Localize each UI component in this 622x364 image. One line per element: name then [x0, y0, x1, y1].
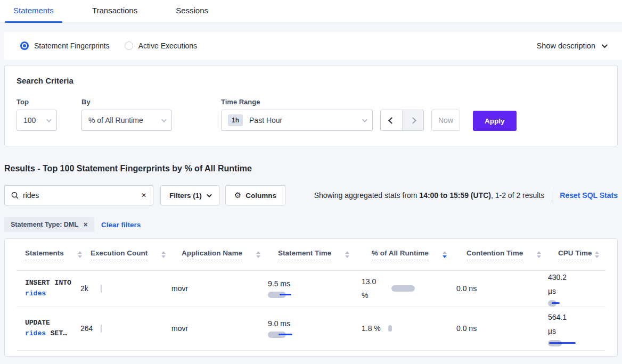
- time-range-pager: [380, 110, 424, 131]
- top-select[interactable]: 100: [17, 110, 57, 131]
- filter-chip-label: Statement Type: DML: [11, 221, 78, 228]
- statement-link[interactable]: rides: [25, 329, 46, 337]
- sort-icon[interactable]: [161, 251, 166, 258]
- cpu-time-bar: [548, 300, 591, 307]
- application-name-cell: movr: [171, 324, 268, 333]
- contention-time-cell: 0.0 ns: [456, 324, 548, 333]
- gear-icon: ⚙: [234, 191, 241, 200]
- results-controls-row: ✕ Filters (1) ⚙ Columns Showing aggregat…: [4, 185, 618, 205]
- tab-sessions[interactable]: Sessions: [167, 0, 217, 22]
- sort-icon[interactable]: [78, 251, 82, 258]
- next-time-range-button[interactable]: [402, 110, 423, 130]
- pct-runtime-cell: 13.0 %: [362, 275, 456, 303]
- by-field: By % of All Runtime: [57, 98, 172, 131]
- reset-sql-stats-link[interactable]: Reset SQL Stats: [560, 191, 618, 200]
- radio-unselected-icon: [125, 42, 133, 50]
- statements-table: Statements Execution Count Application N…: [4, 238, 618, 357]
- clear-search-icon[interactable]: ✕: [141, 192, 146, 199]
- filters-label: Filters (1): [169, 192, 202, 200]
- column-header-execution-count[interactable]: Execution Count: [91, 249, 182, 260]
- chevron-down-icon: [602, 42, 608, 48]
- time-range-badge: 1h: [228, 114, 243, 126]
- sort-icon[interactable]: [256, 251, 260, 258]
- table-header-row: Statements Execution Count Application N…: [17, 239, 605, 271]
- table-row: UPDATE rides SET… 264 movr 9.0 ms 1.8 % …: [17, 307, 605, 351]
- execution-count-cell: 2k: [80, 284, 171, 293]
- filter-chip-row: Statement Type: DML ✕ Clear filters: [4, 217, 622, 232]
- column-header-contention-time[interactable]: Contention Time: [466, 249, 558, 260]
- show-description-toggle[interactable]: Show description: [537, 42, 606, 50]
- apply-button[interactable]: Apply: [473, 111, 517, 131]
- by-select[interactable]: % of All Runtime: [81, 110, 172, 131]
- statement-time-cell: 9.0 ms: [268, 319, 362, 338]
- by-value: % of All Runtime: [88, 116, 143, 125]
- stats-summary-group: Showing aggregated stats from 14:00 to 1…: [314, 188, 618, 203]
- now-button[interactable]: Now: [431, 110, 460, 131]
- chevron-down-icon: [362, 117, 367, 122]
- table-row: INSERT INTO rides 2k movr 9.5 ms 13.0 % …: [17, 271, 605, 307]
- statement-time-bar: [268, 292, 310, 298]
- top-field: Top 100: [17, 98, 57, 131]
- pct-runtime-bar: [388, 325, 392, 332]
- radio-active-executions[interactable]: Active Executions: [125, 42, 198, 50]
- tab-statements[interactable]: Statements: [5, 0, 62, 22]
- pct-runtime-bar: [391, 285, 415, 292]
- column-header-pct-all-runtime[interactable]: % of All Runtime: [372, 249, 466, 260]
- statement-time-cell: 9.5 ms: [268, 279, 362, 298]
- chevron-left-icon: [388, 117, 395, 124]
- search-criteria-card: Search Criteria Top 100 By % of All Runt…: [4, 65, 618, 146]
- column-header-statement-time[interactable]: Statement Time: [278, 249, 372, 260]
- radio-statement-fingerprints[interactable]: Statement Fingerprints: [20, 42, 110, 50]
- search-criteria-title: Search Criteria: [17, 76, 605, 85]
- statement-link[interactable]: rides: [25, 289, 46, 297]
- chevron-down-icon: [207, 192, 212, 197]
- radio-label: Statement Fingerprints: [34, 42, 110, 50]
- chevron-down-icon: [46, 117, 52, 122]
- search-box: ✕: [4, 185, 153, 205]
- column-header-cpu-time[interactable]: CPU Time: [558, 249, 605, 260]
- radio-label: Active Executions: [138, 42, 198, 50]
- sort-icon[interactable]: [595, 251, 599, 258]
- column-header-statements[interactable]: Statements: [17, 249, 91, 260]
- time-range-label: Time Range: [221, 98, 373, 106]
- vertical-divider: [552, 188, 552, 203]
- columns-button[interactable]: ⚙ Columns: [225, 185, 285, 205]
- time-range-field: Time Range 1h Past Hour: [172, 98, 373, 131]
- by-label: By: [81, 98, 172, 106]
- cpu-time-bar: [548, 340, 591, 346]
- time-range-select[interactable]: 1h Past Hour: [221, 110, 373, 131]
- filter-chip-statement-type: Statement Type: DML ✕: [4, 217, 94, 232]
- statement-cell: UPDATE rides SET…: [17, 318, 80, 339]
- execution-count-bar: [101, 285, 102, 293]
- radio-selected-icon: [20, 42, 29, 50]
- stats-summary: Showing aggregated stats from 14:00 to 1…: [314, 191, 545, 200]
- columns-label: Columns: [245, 192, 276, 200]
- column-header-application-name[interactable]: Application Name: [182, 249, 278, 260]
- sort-icon[interactable]: [537, 251, 541, 258]
- chevron-down-icon: [161, 117, 167, 122]
- view-toggle-bar: Statement Fingerprints Active Executions…: [4, 32, 622, 60]
- show-description-label: Show description: [537, 42, 595, 50]
- results-heading: Results - Top 100 Statement Fingerprints…: [4, 164, 622, 173]
- statement-time-bar: [268, 332, 310, 338]
- top-value: 100: [23, 116, 36, 125]
- time-range-value: Past Hour: [249, 116, 282, 125]
- clear-filters-link[interactable]: Clear filters: [101, 221, 141, 229]
- cpu-time-cell: 430.2 µs: [548, 271, 605, 307]
- top-tab-bar: Statements Transactions Sessions: [0, 0, 622, 22]
- remove-filter-icon[interactable]: ✕: [83, 221, 88, 228]
- sort-icon[interactable]: [345, 251, 349, 258]
- previous-time-range-button[interactable]: [381, 110, 402, 130]
- pct-runtime-cell: 1.8 %: [362, 321, 456, 336]
- search-icon: [11, 192, 19, 199]
- cpu-time-cell: 564.1 µs: [548, 311, 605, 346]
- top-label: Top: [17, 98, 57, 106]
- application-name-cell: movr: [171, 284, 268, 293]
- filters-button[interactable]: Filters (1): [160, 185, 219, 205]
- search-input[interactable]: [23, 191, 137, 200]
- contention-time-cell: 0.0 ns: [456, 284, 548, 293]
- sort-icon-active-desc[interactable]: [443, 251, 447, 258]
- tab-transactions[interactable]: Transactions: [84, 0, 146, 22]
- chevron-right-icon: [410, 117, 416, 124]
- execution-count-bar: [101, 325, 102, 333]
